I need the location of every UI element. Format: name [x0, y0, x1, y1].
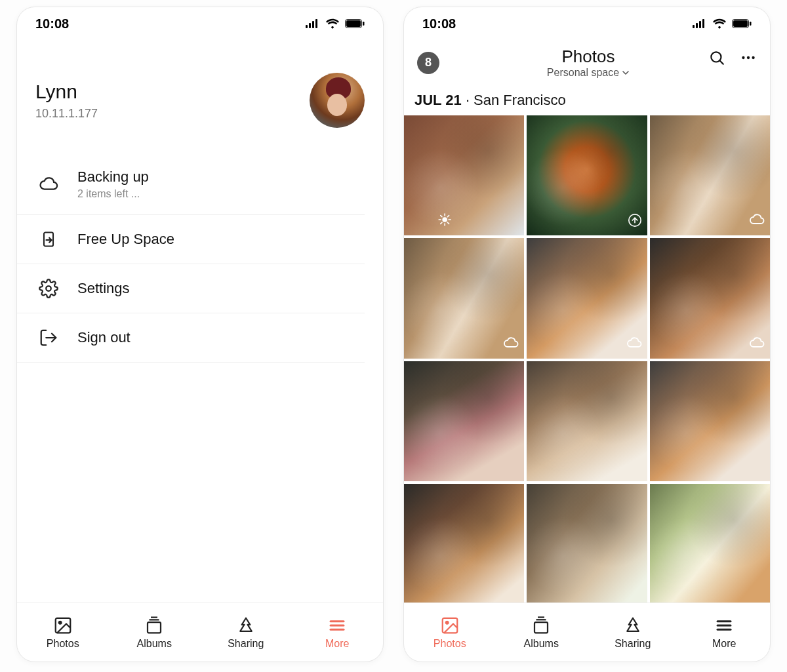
- menu-item-title: Free Up Space: [77, 231, 346, 248]
- svg-point-24: [742, 56, 744, 59]
- status-time: 10:08: [422, 16, 456, 31]
- chevron-down-icon: [622, 69, 630, 77]
- svg-rect-2: [312, 21, 314, 28]
- tab-label: Albums: [137, 638, 172, 650]
- phone-more-screen: 10:08 Lynn 10.11.1.177 Backing up 2 item…: [16, 7, 384, 662]
- tab-label: More: [712, 638, 736, 650]
- menu-list: Backing up 2 items left ... Free Up Spac…: [17, 141, 383, 603]
- svg-rect-5: [346, 20, 361, 27]
- cellular-icon: [693, 19, 707, 28]
- profile-header: Lynn 10.11.1.177: [17, 40, 383, 141]
- tab-label: Albums: [524, 638, 559, 650]
- section-date: JUL 21: [414, 92, 462, 108]
- albums-icon: [531, 616, 551, 635]
- tab-photos[interactable]: Photos: [404, 616, 496, 650]
- cloud-status-icon: [503, 335, 519, 353]
- svg-rect-1: [309, 23, 311, 28]
- svg-rect-0: [306, 25, 308, 28]
- more-icon: [714, 616, 734, 635]
- svg-rect-17: [699, 21, 701, 28]
- title-block[interactable]: Photos Personal space: [446, 47, 731, 79]
- tab-label: More: [325, 638, 349, 650]
- syncing-icon: [437, 212, 492, 230]
- status-bar: 10:08: [17, 7, 383, 40]
- phone-photos-screen: 10:08 8 Photos Personal space JUL 21 ·: [403, 7, 771, 662]
- photos-title: Photos: [446, 47, 731, 67]
- tabbar: Photos Albums Sharing More: [404, 603, 770, 662]
- photo-thumb[interactable]: [650, 484, 770, 603]
- search-button[interactable]: [708, 49, 725, 69]
- cloud-status-icon: [749, 212, 765, 230]
- svg-point-25: [747, 56, 750, 59]
- tab-label: Sharing: [615, 638, 651, 650]
- signout-icon: [35, 328, 62, 347]
- section-location: San Francisco: [474, 92, 566, 108]
- profile-ip: 10.11.1.177: [35, 107, 98, 121]
- svg-point-26: [752, 56, 754, 59]
- upload-count-badge[interactable]: 8: [417, 52, 439, 74]
- photo-thumb[interactable]: [650, 238, 770, 358]
- photo-thumb[interactable]: [527, 484, 647, 603]
- menu-item-title: Settings: [77, 280, 346, 297]
- tab-sharing[interactable]: Sharing: [200, 616, 292, 650]
- section-header: JUL 21 · San Francisco: [404, 83, 770, 115]
- svg-rect-21: [750, 22, 752, 26]
- photo-thumb[interactable]: [404, 361, 524, 481]
- menu-item-title: Backing up: [77, 168, 346, 186]
- photo-thumb[interactable]: [650, 115, 770, 235]
- menu-item-subtitle: 2 items left ...: [77, 188, 346, 200]
- cellular-icon: [306, 19, 320, 28]
- photo-grid: [404, 115, 770, 603]
- svg-point-8: [46, 286, 51, 291]
- menu-item-settings[interactable]: Settings: [17, 264, 365, 313]
- tab-photos[interactable]: Photos: [17, 616, 109, 650]
- more-options-button[interactable]: [740, 49, 757, 69]
- photo-thumb[interactable]: [527, 238, 647, 358]
- menu-item-backup[interactable]: Backing up 2 items left ...: [17, 154, 365, 215]
- status-bar: 10:08: [404, 7, 770, 40]
- battery-icon: [732, 19, 752, 28]
- avatar[interactable]: [310, 73, 365, 128]
- svg-rect-16: [696, 23, 698, 28]
- tab-sharing[interactable]: Sharing: [587, 616, 679, 650]
- photo-thumb[interactable]: [404, 484, 524, 603]
- tab-label: Sharing: [228, 638, 264, 650]
- photo-thumb[interactable]: [527, 115, 647, 235]
- cloud-status-icon: [749, 335, 765, 353]
- svg-rect-18: [702, 19, 704, 28]
- svg-line-23: [719, 60, 723, 64]
- freeup-icon: [35, 229, 62, 249]
- dots-icon: [740, 49, 757, 66]
- wifi-icon: [712, 18, 727, 29]
- tab-albums[interactable]: Albums: [496, 616, 588, 650]
- tab-label: Photos: [47, 638, 79, 650]
- space-selector[interactable]: Personal space: [547, 67, 630, 79]
- menu-item-freeup[interactable]: Free Up Space: [17, 215, 365, 264]
- svg-line-34: [440, 223, 441, 224]
- menu-item-signout[interactable]: Sign out: [17, 313, 365, 363]
- svg-line-35: [447, 216, 449, 217]
- status-icons: [306, 18, 365, 29]
- cloud-status-icon: [626, 335, 642, 353]
- section-separator: ·: [466, 92, 474, 108]
- svg-line-32: [440, 216, 441, 217]
- profile-info: Lynn 10.11.1.177: [35, 81, 98, 121]
- photo-thumb[interactable]: [404, 115, 524, 235]
- sharing-icon: [236, 616, 256, 635]
- tab-more[interactable]: More: [292, 616, 384, 650]
- svg-line-33: [447, 223, 449, 224]
- status-icons: [693, 18, 752, 29]
- photo-thumb[interactable]: [650, 361, 770, 481]
- photo-thumb[interactable]: [404, 238, 524, 358]
- more-icon: [327, 616, 347, 635]
- svg-rect-3: [315, 19, 317, 28]
- tab-more[interactable]: More: [679, 616, 771, 650]
- svg-rect-11: [148, 622, 161, 633]
- battery-icon: [345, 19, 365, 28]
- svg-rect-39: [535, 622, 548, 633]
- svg-rect-15: [693, 25, 695, 28]
- photo-thumb[interactable]: [527, 361, 647, 481]
- svg-point-38: [446, 621, 449, 623]
- tab-albums[interactable]: Albums: [109, 616, 201, 650]
- upload-icon: [628, 213, 642, 230]
